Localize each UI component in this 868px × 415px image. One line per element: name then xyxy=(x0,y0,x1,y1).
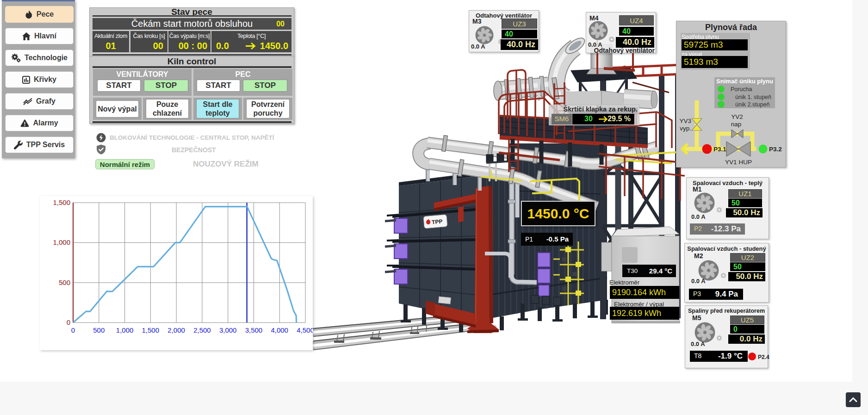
svg-text:YV2: YV2 xyxy=(731,113,743,120)
svg-text:0: 0 xyxy=(67,318,70,326)
svg-text:1,500: 1,500 xyxy=(53,198,70,206)
svg-text:P3.1: P3.1 xyxy=(713,146,726,153)
svg-text:3,000: 3,000 xyxy=(219,326,237,334)
svg-text:1,000: 1,000 xyxy=(53,238,70,246)
svg-text:nap: nap xyxy=(731,121,742,128)
svg-text:0: 0 xyxy=(71,326,75,334)
svg-text:1,500: 1,500 xyxy=(142,326,160,334)
svg-text:4,500: 4,500 xyxy=(297,326,313,334)
svg-text:2,000: 2,000 xyxy=(167,326,185,334)
svg-text:YV1 HUP: YV1 HUP xyxy=(725,159,752,166)
svg-text:3,500: 3,500 xyxy=(245,326,263,334)
svg-text:1,000: 1,000 xyxy=(116,326,134,334)
svg-text:500: 500 xyxy=(93,326,105,334)
svg-text:2,500: 2,500 xyxy=(193,326,211,334)
svg-text:YV3: YV3 xyxy=(679,118,691,124)
svg-text:TPP: TPP xyxy=(432,218,443,225)
svg-text:500: 500 xyxy=(59,279,70,286)
svg-text:vyp.: vyp. xyxy=(680,125,691,132)
svg-text:4,000: 4,000 xyxy=(271,326,288,334)
svg-text:P3.2: P3.2 xyxy=(769,146,782,153)
